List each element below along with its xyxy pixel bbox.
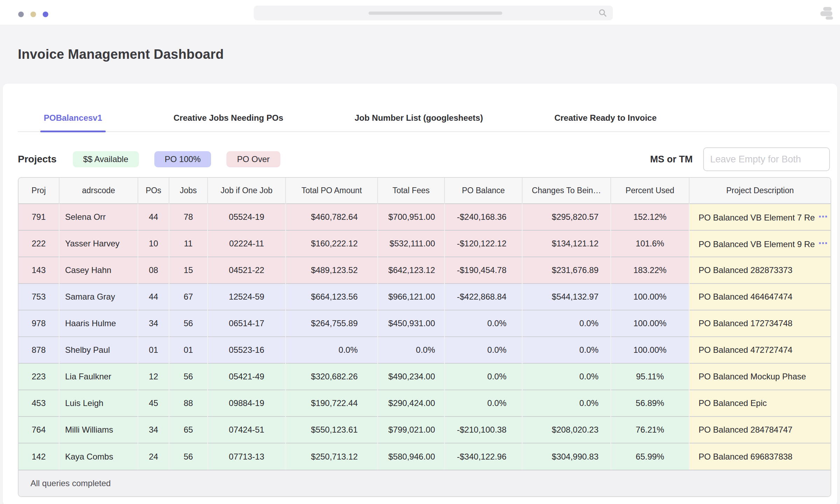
cell-pos: 10 <box>138 230 169 257</box>
cell-total_po_amount: $460,782.64 <box>286 204 378 230</box>
cell-pos: 12 <box>138 363 169 390</box>
cell-total_fees: $580,946.00 <box>378 443 444 470</box>
cell-proj: 142 <box>19 443 59 470</box>
cell-total_po_amount: $489,123.52 <box>286 257 378 284</box>
cell-pos: 34 <box>138 416 169 443</box>
cell-changes_to_being: 0.0% <box>522 310 611 337</box>
window-dot-gray[interactable] <box>18 12 24 17</box>
cell-po_balance: -$340,122.96 <box>444 443 522 470</box>
column-header-total_fees: Total Fees <box>378 178 444 204</box>
filter-chip-po-over[interactable]: PO Over <box>226 151 280 167</box>
cell-total_po_amount: $190,722.44 <box>286 390 378 416</box>
window-menu-icon[interactable] <box>820 7 833 18</box>
table-row: 753Samara Gray446712524-59$664,123.56$96… <box>19 284 831 310</box>
filter-chip-available[interactable]: $$ Available <box>73 151 139 167</box>
ms-or-tm-filter: MS or TM <box>650 147 830 171</box>
cell-changes_to_being: $544,132.97 <box>522 284 611 310</box>
cell-total_po_amount: $250,713.12 <box>286 443 378 470</box>
cell-proj: 878 <box>19 337 59 363</box>
table-row: 878Shelby Paul010105523-160.0%0.0%0.0%0.… <box>19 337 831 363</box>
cell-total_po_amount: $320,682.26 <box>286 363 378 390</box>
cell-total_po_amount: $550,123.61 <box>286 416 378 443</box>
cell-job_if_one_job: 07713-13 <box>208 443 286 470</box>
cell-percent_used: 56.89% <box>611 390 689 416</box>
column-header-job_if_one_job: Job if One Job <box>208 178 286 204</box>
cell-adrscode: Luis Leigh <box>59 390 138 416</box>
cell-total_fees: $450,931.00 <box>378 310 444 337</box>
column-header-pos: POs <box>138 178 169 204</box>
column-header-jobs: Jobs <box>169 178 208 204</box>
cell-percent_used: 76.21% <box>611 416 689 443</box>
cell-jobs: 65 <box>169 416 208 443</box>
column-header-total_po_amount: Total PO Amount <box>286 178 378 204</box>
table-row: 453Luis Leigh458809884-19$190,722.44$290… <box>19 390 831 416</box>
tab-job-number-list-googlesheets[interactable]: Job Number List (googlesheets) <box>355 113 483 131</box>
cell-total_fees: $490,234.00 <box>378 363 444 390</box>
cell-po_balance: -$210,100.38 <box>444 416 522 443</box>
cell-changes_to_being: 0.0% <box>522 390 611 416</box>
tab-creative-ready-to-invoice[interactable]: Creative Ready to Invoice <box>554 113 657 131</box>
cell-proj: 222 <box>19 230 59 257</box>
cell-total_po_amount: $664,123.56 <box>286 284 378 310</box>
cell-changes_to_being: $304,990.83 <box>522 443 611 470</box>
filter-chips: $$ AvailablePO 100%PO Over <box>73 151 280 167</box>
cell-po_balance: 0.0% <box>444 310 522 337</box>
ms-or-tm-input[interactable] <box>703 147 830 171</box>
cell-po_balance: -$240,168.36 <box>444 204 522 230</box>
table-row: 143Casey Hahn081504521-22$489,123.52$642… <box>19 257 831 284</box>
cell-description[interactable]: PO Balanced VB Element 9 Re⋯ <box>689 230 831 257</box>
projects-label: Projects <box>18 154 57 165</box>
cell-proj: 978 <box>19 310 59 337</box>
ellipsis-icon[interactable]: ⋯ <box>818 211 827 222</box>
cell-po_balance: -$120,122.12 <box>444 230 522 257</box>
cell-description: PO Balanced 472727474 <box>689 337 831 363</box>
cell-total_fees: $290,424.00 <box>378 390 444 416</box>
cell-percent_used: 65.99% <box>611 443 689 470</box>
table-row: 142Kaya Combs245607713-13$250,713.12$580… <box>19 443 831 470</box>
cell-jobs: 15 <box>169 257 208 284</box>
cell-description[interactable]: PO Balanced VB Element 7 Re⋯ <box>689 204 831 230</box>
window-dot-tan[interactable] <box>30 12 36 17</box>
tab-creative-jobs-needing-pos[interactable]: Creative Jobs Needing POs <box>174 113 283 131</box>
cell-changes_to_being: 0.0% <box>522 337 611 363</box>
cell-jobs: 56 <box>169 310 208 337</box>
cell-adrscode: Milli Williams <box>59 416 138 443</box>
projects-table: ProjadrscodePOsJobsJob if One JobTotal P… <box>18 177 831 497</box>
cell-percent_used: 183.22% <box>611 257 689 284</box>
cell-job_if_one_job: 07424-51 <box>208 416 286 443</box>
cell-adrscode: Kaya Combs <box>59 443 138 470</box>
search-icon[interactable] <box>598 8 607 18</box>
cell-jobs: 01 <box>169 337 208 363</box>
menu-bar-icon <box>823 7 832 11</box>
cell-adrscode: Samara Gray <box>59 284 138 310</box>
column-header-changes_to_being: Changes To Bein… <box>522 178 611 204</box>
cell-total_po_amount: 0.0% <box>286 337 378 363</box>
cell-changes_to_being: $208,020.23 <box>522 416 611 443</box>
cell-description: PO Balanced Mockup Phase <box>689 363 831 390</box>
cell-job_if_one_job: 02224-11 <box>208 230 286 257</box>
cell-proj: 453 <box>19 390 59 416</box>
cell-job_if_one_job: 12524-59 <box>208 284 286 310</box>
window-dot-indigo[interactable] <box>43 12 48 17</box>
cell-po_balance: 0.0% <box>444 363 522 390</box>
tab-pobalancesv1[interactable]: POBalancesv1 <box>44 113 102 131</box>
cell-total_fees: $700,951.00 <box>378 204 444 230</box>
cell-description: PO Balanced 172734748 <box>689 310 831 337</box>
cell-adrscode: Lia Faulkner <box>59 363 138 390</box>
tab-bar: POBalancesv1Creative Jobs Needing POsJob… <box>18 84 830 132</box>
table-row: 978Haaris Hulme345606514-17$264,755.89$4… <box>19 310 831 337</box>
ellipsis-icon[interactable]: ⋯ <box>818 238 827 248</box>
cell-pos: 24 <box>138 443 169 470</box>
cell-proj: 143 <box>19 257 59 284</box>
column-header-proj: Proj <box>19 178 59 204</box>
cell-adrscode: Selena Orr <box>59 204 138 230</box>
filter-chip-po-100[interactable]: PO 100% <box>154 151 211 167</box>
cell-total_fees: $642,123.12 <box>378 257 444 284</box>
address-bar[interactable] <box>254 6 613 20</box>
cell-proj: 223 <box>19 363 59 390</box>
menu-bar-icon <box>820 11 832 16</box>
cell-adrscode: Shelby Paul <box>59 337 138 363</box>
cell-proj: 791 <box>19 204 59 230</box>
cell-job_if_one_job: 05523-16 <box>208 337 286 363</box>
cell-pos: 45 <box>138 390 169 416</box>
